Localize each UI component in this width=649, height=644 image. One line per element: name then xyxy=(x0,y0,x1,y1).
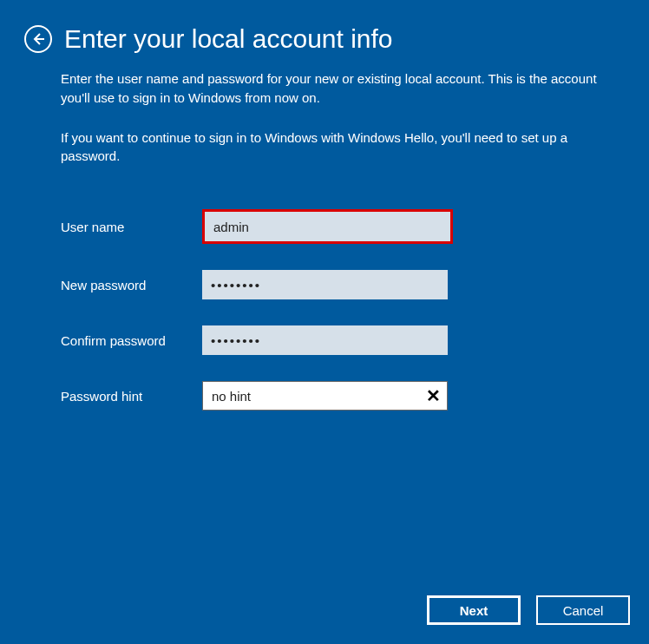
description-secondary: If you want to continue to sign in to Wi… xyxy=(61,128,606,167)
clear-hint-button[interactable]: ✕ xyxy=(423,386,442,405)
next-button[interactable]: Next xyxy=(427,595,521,625)
confirm-password-label: Confirm password xyxy=(61,333,202,348)
new-password-input[interactable] xyxy=(202,270,448,299)
password-hint-input[interactable] xyxy=(202,381,448,411)
username-label: User name xyxy=(61,220,202,234)
description-primary: Enter the user name and password for you… xyxy=(61,69,606,108)
cancel-button[interactable]: Cancel xyxy=(536,595,630,625)
back-button[interactable] xyxy=(24,25,52,53)
password-hint-label: Password hint xyxy=(61,389,202,404)
arrow-left-icon xyxy=(31,32,45,46)
username-highlight xyxy=(202,209,453,244)
username-input[interactable] xyxy=(205,212,450,241)
close-icon: ✕ xyxy=(426,385,441,406)
page-title: Enter your local account info xyxy=(64,24,393,54)
confirm-password-input[interactable] xyxy=(202,325,448,355)
new-password-label: New password xyxy=(61,278,202,292)
